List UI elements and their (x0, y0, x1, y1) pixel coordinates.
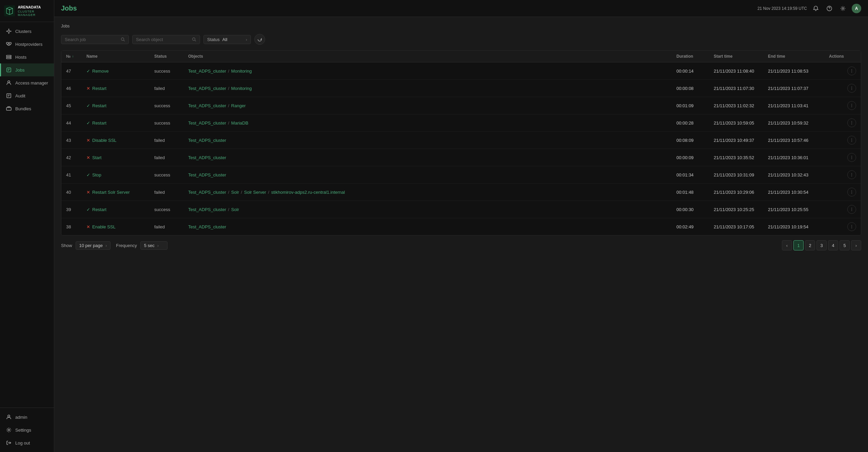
row-action-button[interactable] (847, 118, 856, 127)
search-job-box[interactable] (61, 35, 129, 44)
job-name-link[interactable]: Restart Solr Server (92, 190, 130, 195)
job-name-link[interactable]: Restart (92, 207, 106, 212)
sidebar-item-settings[interactable]: Settings (0, 423, 54, 436)
sidebar-item-hostproviders[interactable]: Hostproviders (0, 38, 54, 51)
row-objects: Test_ADPS_cluster (188, 172, 676, 177)
notifications-button[interactable] (811, 4, 821, 13)
svg-point-36 (851, 72, 852, 73)
page-button-3[interactable]: 3 (816, 240, 827, 250)
table-row[interactable]: 45 ✓ Restart success Test_ADPS_cluster /… (61, 97, 861, 114)
table-row[interactable]: 41 ✓ Stop success Test_ADPS_cluster 00:0… (61, 166, 861, 184)
job-name-link[interactable]: Enable SSL (92, 224, 116, 229)
hosts-icon (6, 54, 12, 60)
row-action-button[interactable] (847, 67, 856, 75)
svg-line-33 (195, 40, 196, 41)
row-action-button[interactable] (847, 222, 856, 231)
job-name-link[interactable]: Remove (92, 69, 108, 74)
job-name-link[interactable]: Restart (92, 103, 106, 108)
status-check-icon: ✓ (86, 207, 90, 212)
per-page-select[interactable]: 10 per page › (76, 241, 111, 250)
row-number: 45 (66, 103, 86, 108)
row-start-time: 21/11/2023 10:49:37 (714, 138, 768, 143)
object-link[interactable]: Test_ADPS_cluster (188, 69, 226, 74)
gear-button[interactable] (838, 4, 848, 13)
object-link[interactable]: Monitoring (231, 69, 252, 74)
sidebar-item-admin[interactable]: admin (0, 411, 54, 423)
sidebar-item-audit-label: Audit (15, 93, 25, 98)
object-link[interactable]: Solr (231, 190, 239, 195)
row-start-time: 21/11/2023 11:07:30 (714, 86, 768, 91)
table-row[interactable]: 38 ✕ Enable SSL failed Test_ADPS_cluster… (61, 218, 861, 235)
next-page-button[interactable]: › (851, 240, 861, 250)
status-filter[interactable]: Status All › (203, 35, 251, 44)
row-action-button[interactable] (847, 136, 856, 145)
svg-point-62 (851, 226, 852, 227)
row-action-button[interactable] (847, 205, 856, 214)
object-link[interactable]: Monitoring (231, 86, 252, 91)
object-link[interactable]: Test_ADPS_cluster (188, 207, 226, 212)
svg-rect-8 (9, 42, 11, 44)
table-row[interactable]: 43 ✕ Disable SSL failed Test_ADPS_cluste… (61, 132, 861, 149)
object-link[interactable]: Test_ADPS_cluster (188, 120, 226, 126)
bundles-icon (6, 106, 12, 112)
object-link[interactable]: Ranger (231, 103, 246, 108)
svg-point-63 (851, 228, 852, 228)
search-job-input[interactable] (65, 37, 119, 42)
table-row[interactable]: 47 ✓ Remove success Test_ADPS_cluster / … (61, 62, 861, 80)
table-row[interactable]: 46 ✕ Restart failed Test_ADPS_cluster / … (61, 80, 861, 97)
object-link[interactable]: stikhomirov-adps2.ru-central1.internal (271, 190, 345, 195)
search-object-box[interactable] (132, 35, 200, 44)
sidebar-item-bundles[interactable]: Bundles (0, 102, 54, 115)
row-action-button[interactable] (847, 170, 856, 179)
prev-page-button[interactable]: ‹ (782, 240, 792, 250)
row-duration: 00:00:30 (676, 207, 714, 212)
sidebar-item-clusters[interactable]: Clusters (0, 25, 54, 38)
object-link[interactable]: Test_ADPS_cluster (188, 103, 226, 108)
row-number: 47 (66, 69, 86, 74)
page-button-5[interactable]: 5 (840, 240, 850, 250)
object-link[interactable]: Solr (231, 207, 239, 212)
row-action-button[interactable] (847, 188, 856, 196)
object-link[interactable]: Test_ADPS_cluster (188, 172, 226, 177)
freq-chevron: › (157, 243, 159, 248)
row-number: 44 (66, 120, 86, 126)
object-link[interactable]: MariaDB (231, 120, 249, 126)
row-number: 42 (66, 155, 86, 160)
topbar: Jobs 21 Nov 2023 14:19:59 UTC (54, 0, 868, 17)
sidebar-item-access-manager[interactable]: Access manager (0, 76, 54, 89)
sidebar-item-audit[interactable]: Audit (0, 89, 54, 102)
job-name-link[interactable]: Disable SSL (92, 138, 117, 143)
job-name-link[interactable]: Start (92, 155, 101, 160)
frequency-select[interactable]: 5 sec › (140, 241, 167, 250)
row-number: 46 (66, 86, 86, 91)
row-action-button[interactable] (847, 101, 856, 110)
refresh-button[interactable] (254, 34, 265, 45)
object-link[interactable]: Solr Server (244, 190, 266, 195)
user-avatar[interactable]: A (852, 4, 861, 13)
per-page-chevron: › (105, 243, 107, 248)
row-action-button[interactable] (847, 84, 856, 93)
search-object-input[interactable] (136, 37, 190, 42)
page-button-1[interactable]: 1 (793, 240, 804, 250)
row-objects: Test_ADPS_cluster / MariaDB (188, 120, 676, 126)
object-link[interactable]: Test_ADPS_cluster (188, 190, 226, 195)
sidebar-item-jobs[interactable]: Jobs (0, 63, 54, 76)
table-row[interactable]: 40 ✕ Restart Solr Server failed Test_ADP… (61, 184, 861, 201)
job-name-link[interactable]: Restart (92, 86, 106, 91)
table-row[interactable]: 39 ✓ Restart success Test_ADPS_cluster /… (61, 201, 861, 218)
object-link[interactable]: Test_ADPS_cluster (188, 138, 226, 143)
page-button-4[interactable]: 4 (828, 240, 838, 250)
page-button-2[interactable]: 2 (805, 240, 815, 250)
svg-point-15 (10, 56, 11, 56)
row-action-button[interactable] (847, 153, 856, 162)
object-link[interactable]: Test_ADPS_cluster (188, 155, 226, 160)
table-row[interactable]: 44 ✓ Restart success Test_ADPS_cluster /… (61, 114, 861, 132)
sidebar-item-hosts[interactable]: Hosts (0, 51, 54, 63)
help-button[interactable] (825, 4, 834, 13)
table-row[interactable]: 42 ✕ Start failed Test_ADPS_cluster 00:0… (61, 149, 861, 166)
sidebar-item-logout[interactable]: Log out (0, 436, 54, 449)
object-link[interactable]: Test_ADPS_cluster (188, 224, 226, 229)
job-name-link[interactable]: Stop (92, 172, 101, 177)
object-link[interactable]: Test_ADPS_cluster (188, 86, 226, 91)
job-name-link[interactable]: Restart (92, 120, 106, 126)
